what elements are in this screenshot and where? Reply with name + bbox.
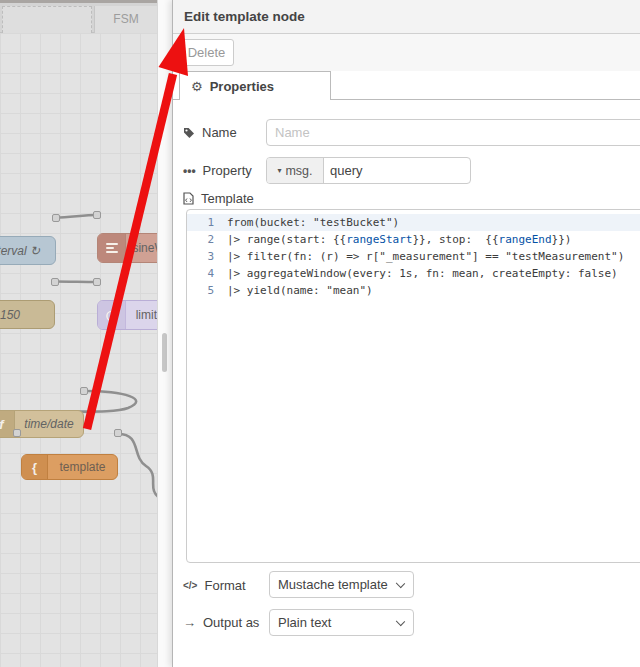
node-s150[interactable]: s-150: [0, 300, 55, 329]
template-label: Template: [201, 191, 254, 206]
output-select[interactable]: Plain text: [269, 609, 414, 636]
node-limit-label: limit 1 ms: [126, 308, 158, 322]
node-limit-input-port[interactable]: [93, 278, 101, 286]
node-sinewave-input-port[interactable]: [93, 211, 101, 219]
code-text: |> yield(name: "mean"): [227, 282, 373, 299]
output-label-row: → Output as: [183, 615, 259, 630]
caret-down-icon: ▾: [277, 166, 281, 175]
property-type-label: msg.: [285, 164, 312, 178]
code-text: |> filter(fn: (r) => r["_measurement"] =…: [227, 248, 624, 265]
name-input[interactable]: [266, 119, 640, 146]
output-label: Output as: [203, 615, 259, 630]
format-select-value: Mustache template: [278, 577, 388, 592]
code-line[interactable]: 1from(bucket: "testBucket"): [187, 214, 640, 231]
node-sinewave-label: sineWave: [126, 241, 158, 255]
flow-canvas[interactable]: interval ↻ sineWave s-150: [0, 33, 158, 667]
canvas-scrollbar-track[interactable]: [158, 0, 172, 667]
flow-editor-region: FSM interval ↻: [0, 0, 172, 667]
name-label-row: Name: [183, 125, 237, 140]
workspace: FSM interval ↻: [0, 0, 158, 667]
timer-icon: [98, 301, 126, 329]
workspace-tab-fsm[interactable]: FSM: [94, 6, 158, 33]
node-red-editor: FSM interval ↻: [0, 0, 640, 667]
sinewave-icon: [98, 234, 126, 262]
template-brace-icon: {: [22, 455, 48, 479]
node-template[interactable]: { template: [21, 454, 118, 480]
code-line[interactable]: 4|> aggregateWindow(every: 1s, fn: mean,…: [187, 265, 640, 282]
template-label-row: Template: [183, 191, 254, 206]
workspace-tab-partial[interactable]: [2, 6, 92, 33]
delete-button[interactable]: Delete: [179, 39, 234, 66]
format-select[interactable]: Mustache template: [269, 571, 414, 598]
output-select-value: Plain text: [278, 615, 331, 630]
node-interval-output-port[interactable]: [52, 214, 60, 222]
tag-icon: [183, 127, 195, 139]
code-brackets-icon: </>: [183, 580, 197, 591]
property-label-row: ••• Property: [183, 163, 252, 178]
tab-properties-label: Properties: [210, 79, 274, 94]
code-text: |> aggregateWindow(every: 1s, fn: mean, …: [227, 265, 618, 282]
code-line[interactable]: 3|> filter(fn: (r) => r["_measurement"] …: [187, 248, 640, 265]
code-lines: 1from(bucket: "testBucket")2|> range(sta…: [187, 214, 640, 299]
node-template-output-port[interactable]: [114, 429, 122, 437]
edit-template-dialog: Edit template node Delete ⚙ Properties N…: [172, 0, 640, 667]
line-number: 5: [187, 282, 227, 299]
workspace-tabbar: FSM: [0, 3, 158, 33]
line-number: 2: [187, 231, 227, 248]
file-code-icon: [183, 192, 194, 205]
format-label-row: </> Format: [183, 578, 246, 593]
property-value-input[interactable]: query: [324, 158, 470, 183]
chevron-down-icon: [396, 617, 405, 626]
node-template-input-port[interactable]: [13, 429, 21, 437]
format-label: Format: [204, 578, 245, 593]
node-timedate-output-port[interactable]: [80, 387, 88, 395]
canvas-scrollbar-thumb[interactable]: [162, 333, 167, 372]
node-timedate-label: time/date: [15, 417, 83, 431]
line-number: 4: [187, 265, 227, 282]
code-text: |> range(start: {{rangeStart}}, stop: {{…: [227, 231, 571, 248]
node-template-label: template: [48, 460, 117, 474]
ellipsis-icon: •••: [183, 168, 196, 174]
property-label: Property: [203, 163, 252, 178]
property-typed-input: ▾ msg. query: [266, 157, 471, 184]
chevron-down-icon: [396, 579, 405, 588]
node-limit[interactable]: limit 1 ms: [97, 300, 158, 330]
line-number: 3: [187, 248, 227, 265]
arrow-right-icon: →: [183, 615, 196, 630]
flow-wires: [0, 33, 158, 667]
property-type-button[interactable]: ▾ msg.: [267, 158, 324, 183]
node-interval[interactable]: interval ↻: [0, 236, 56, 265]
name-label: Name: [202, 125, 237, 140]
node-s150-output-port[interactable]: [51, 278, 59, 286]
tab-properties[interactable]: ⚙ Properties: [179, 71, 331, 100]
dialog-toolbar: Delete: [173, 34, 640, 71]
code-line[interactable]: 5|> yield(name: "mean"): [187, 282, 640, 299]
node-s150-label: s-150: [0, 308, 54, 322]
template-code-editor[interactable]: 1from(bucket: "testBucket")2|> range(sta…: [186, 209, 640, 563]
node-interval-label: interval ↻: [0, 244, 55, 258]
gear-icon: ⚙: [191, 79, 203, 94]
code-line[interactable]: 2|> range(start: {{rangeStart}}, stop: {…: [187, 231, 640, 248]
node-sinewave[interactable]: sineWave: [97, 233, 158, 263]
line-number: 1: [187, 214, 227, 231]
dialog-tabs: ⚙ Properties: [173, 71, 640, 100]
code-text: from(bucket: "testBucket"): [227, 214, 399, 231]
dialog-title: Edit template node: [173, 0, 640, 34]
